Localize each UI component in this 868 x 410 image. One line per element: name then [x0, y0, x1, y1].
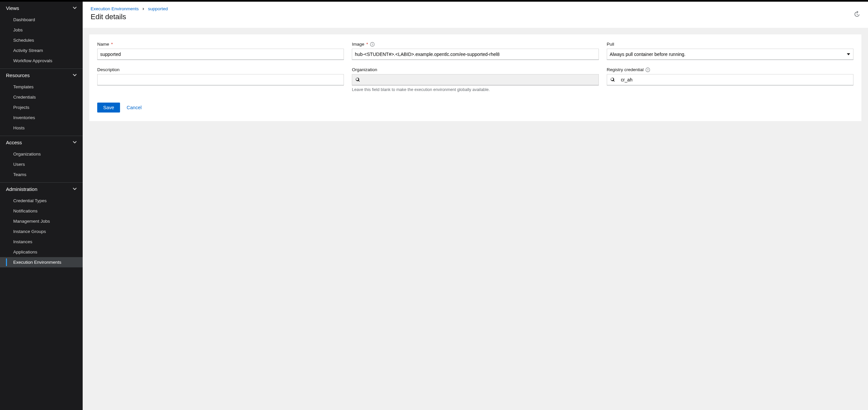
- form-actions: Save Cancel: [97, 102, 854, 113]
- label-registry-credential: Registry credential ?: [607, 67, 854, 72]
- main: Execution Environments supported Edit de…: [83, 2, 868, 410]
- nav-section-views[interactable]: Views: [0, 2, 83, 14]
- input-description[interactable]: [97, 74, 344, 85]
- chevron-down-icon: [73, 186, 77, 192]
- nav-item-instances[interactable]: Instances: [0, 237, 83, 247]
- input-organization[interactable]: [363, 75, 598, 85]
- svg-text:?: ?: [647, 68, 649, 71]
- nav-item-applications[interactable]: Applications: [0, 247, 83, 257]
- lookup-organization[interactable]: [352, 74, 598, 85]
- form-card: Name * Image * ?: [89, 34, 861, 121]
- chevron-down-icon: [73, 72, 77, 78]
- search-icon[interactable]: [607, 75, 618, 85]
- nav-item-execution-environments[interactable]: Execution Environments: [0, 257, 83, 267]
- chevron-down-icon: [73, 5, 77, 11]
- content: Name * Image * ?: [83, 28, 868, 128]
- label-pull: Pull: [607, 42, 854, 47]
- nav-item-notifications[interactable]: Notifications: [0, 206, 83, 216]
- nav-section-access[interactable]: Access: [0, 136, 83, 149]
- help-icon[interactable]: ?: [370, 42, 375, 47]
- nav-item-projects[interactable]: Projects: [0, 102, 83, 113]
- search-icon[interactable]: [352, 75, 363, 85]
- field-registry-credential: Registry credential ?: [607, 67, 854, 92]
- field-pull: Pull Always pull container before runnin…: [607, 42, 854, 60]
- field-name: Name *: [97, 42, 344, 60]
- chevron-down-icon: [73, 140, 77, 145]
- nav-item-inventories[interactable]: Inventories: [0, 113, 83, 123]
- nav-item-dashboard[interactable]: Dashboard: [0, 14, 83, 25]
- select-pull[interactable]: Always pull container before running.: [607, 49, 854, 60]
- breadcrumb-root-link[interactable]: Execution Environments: [91, 6, 139, 11]
- field-description: Description: [97, 67, 344, 92]
- field-organization: Organization Leave this field blank to m…: [352, 67, 598, 92]
- nav-item-users[interactable]: Users: [0, 159, 83, 169]
- nav-section-resources[interactable]: Resources: [0, 69, 83, 82]
- chevron-right-icon: [142, 6, 145, 11]
- page-title: Edit details: [91, 12, 860, 21]
- nav-item-templates[interactable]: Templates: [0, 82, 83, 92]
- nav-item-credentials[interactable]: Credentials: [0, 92, 83, 102]
- help-organization: Leave this field blank to make the execu…: [352, 87, 598, 92]
- cancel-button[interactable]: Cancel: [127, 105, 142, 110]
- nav-item-credential-types[interactable]: Credential Types: [0, 196, 83, 206]
- breadcrumb: Execution Environments supported: [91, 6, 860, 11]
- nav-section-admin[interactable]: Administration: [0, 183, 83, 196]
- nav-item-teams[interactable]: Teams: [0, 169, 83, 180]
- label-description: Description: [97, 67, 344, 72]
- nav-item-schedules[interactable]: Schedules: [0, 35, 83, 45]
- field-image: Image * ?: [352, 42, 598, 60]
- lookup-registry-credential[interactable]: [607, 74, 854, 85]
- nav-item-workflow-approvals[interactable]: Workflow Approvals: [0, 56, 83, 66]
- help-icon[interactable]: ?: [646, 67, 650, 72]
- page-header: Execution Environments supported Edit de…: [83, 2, 868, 28]
- input-image[interactable]: [352, 49, 598, 60]
- nav-item-activity-stream[interactable]: Activity Stream: [0, 45, 83, 56]
- nav-item-jobs[interactable]: Jobs: [0, 25, 83, 35]
- nav-item-hosts[interactable]: Hosts: [0, 123, 83, 133]
- nav-item-organizations[interactable]: Organizations: [0, 149, 83, 159]
- svg-text:?: ?: [372, 43, 373, 46]
- save-button[interactable]: Save: [97, 102, 120, 113]
- history-icon[interactable]: [854, 11, 860, 18]
- label-organization: Organization: [352, 67, 598, 72]
- sidebar: ViewsDashboardJobsSchedulesActivity Stre…: [0, 2, 83, 410]
- nav-item-management-jobs[interactable]: Management Jobs: [0, 216, 83, 226]
- input-name[interactable]: [97, 49, 344, 60]
- nav-item-instance-groups[interactable]: Instance Groups: [0, 226, 83, 237]
- label-name: Name *: [97, 42, 344, 47]
- label-image: Image * ?: [352, 42, 598, 47]
- input-registry-credential[interactable]: [618, 75, 853, 85]
- breadcrumb-leaf-link[interactable]: supported: [148, 6, 168, 11]
